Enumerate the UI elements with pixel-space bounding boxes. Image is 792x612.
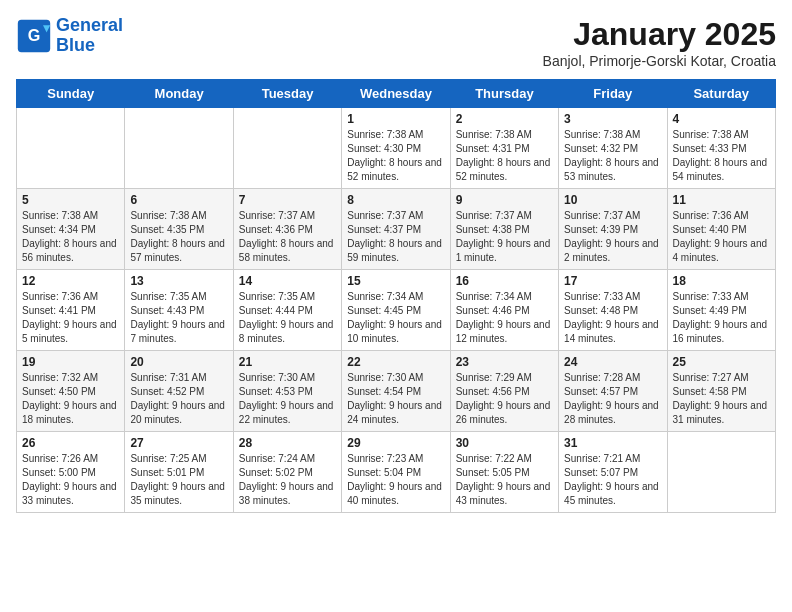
calendar-cell: 31Sunrise: 7:21 AM Sunset: 5:07 PM Dayli… [559, 432, 667, 513]
day-info: Sunrise: 7:30 AM Sunset: 4:54 PM Dayligh… [347, 371, 444, 427]
week-row-4: 19Sunrise: 7:32 AM Sunset: 4:50 PM Dayli… [17, 351, 776, 432]
day-number: 15 [347, 274, 444, 288]
week-row-5: 26Sunrise: 7:26 AM Sunset: 5:00 PM Dayli… [17, 432, 776, 513]
day-header-monday: Monday [125, 80, 233, 108]
calendar-cell: 17Sunrise: 7:33 AM Sunset: 4:48 PM Dayli… [559, 270, 667, 351]
calendar-cell: 1Sunrise: 7:38 AM Sunset: 4:30 PM Daylig… [342, 108, 450, 189]
calendar-cell: 13Sunrise: 7:35 AM Sunset: 4:43 PM Dayli… [125, 270, 233, 351]
svg-text:G: G [28, 26, 41, 44]
calendar-cell: 18Sunrise: 7:33 AM Sunset: 4:49 PM Dayli… [667, 270, 775, 351]
day-info: Sunrise: 7:35 AM Sunset: 4:43 PM Dayligh… [130, 290, 227, 346]
day-info: Sunrise: 7:33 AM Sunset: 4:49 PM Dayligh… [673, 290, 770, 346]
day-info: Sunrise: 7:32 AM Sunset: 4:50 PM Dayligh… [22, 371, 119, 427]
day-info: Sunrise: 7:37 AM Sunset: 4:38 PM Dayligh… [456, 209, 553, 265]
week-row-1: 1Sunrise: 7:38 AM Sunset: 4:30 PM Daylig… [17, 108, 776, 189]
calendar-cell: 19Sunrise: 7:32 AM Sunset: 4:50 PM Dayli… [17, 351, 125, 432]
day-number: 9 [456, 193, 553, 207]
days-header-row: SundayMondayTuesdayWednesdayThursdayFrid… [17, 80, 776, 108]
day-header-wednesday: Wednesday [342, 80, 450, 108]
title-area: January 2025 Banjol, Primorje-Gorski Kot… [543, 16, 776, 69]
day-info: Sunrise: 7:37 AM Sunset: 4:39 PM Dayligh… [564, 209, 661, 265]
day-header-sunday: Sunday [17, 80, 125, 108]
day-number: 11 [673, 193, 770, 207]
day-number: 7 [239, 193, 336, 207]
day-info: Sunrise: 7:22 AM Sunset: 5:05 PM Dayligh… [456, 452, 553, 508]
day-info: Sunrise: 7:30 AM Sunset: 4:53 PM Dayligh… [239, 371, 336, 427]
calendar-cell: 7Sunrise: 7:37 AM Sunset: 4:36 PM Daylig… [233, 189, 341, 270]
calendar-cell [125, 108, 233, 189]
calendar-cell: 15Sunrise: 7:34 AM Sunset: 4:45 PM Dayli… [342, 270, 450, 351]
day-info: Sunrise: 7:23 AM Sunset: 5:04 PM Dayligh… [347, 452, 444, 508]
day-number: 17 [564, 274, 661, 288]
day-number: 13 [130, 274, 227, 288]
day-number: 24 [564, 355, 661, 369]
day-number: 12 [22, 274, 119, 288]
day-number: 30 [456, 436, 553, 450]
day-info: Sunrise: 7:38 AM Sunset: 4:30 PM Dayligh… [347, 128, 444, 184]
day-number: 18 [673, 274, 770, 288]
calendar-cell: 10Sunrise: 7:37 AM Sunset: 4:39 PM Dayli… [559, 189, 667, 270]
logo: G General Blue [16, 16, 123, 56]
calendar-cell: 14Sunrise: 7:35 AM Sunset: 4:44 PM Dayli… [233, 270, 341, 351]
calendar-cell: 9Sunrise: 7:37 AM Sunset: 4:38 PM Daylig… [450, 189, 558, 270]
day-header-tuesday: Tuesday [233, 80, 341, 108]
day-info: Sunrise: 7:29 AM Sunset: 4:56 PM Dayligh… [456, 371, 553, 427]
day-info: Sunrise: 7:37 AM Sunset: 4:37 PM Dayligh… [347, 209, 444, 265]
day-number: 4 [673, 112, 770, 126]
calendar-cell: 4Sunrise: 7:38 AM Sunset: 4:33 PM Daylig… [667, 108, 775, 189]
day-number: 19 [22, 355, 119, 369]
calendar-cell: 23Sunrise: 7:29 AM Sunset: 4:56 PM Dayli… [450, 351, 558, 432]
calendar-cell: 22Sunrise: 7:30 AM Sunset: 4:54 PM Dayli… [342, 351, 450, 432]
calendar-cell [17, 108, 125, 189]
day-number: 22 [347, 355, 444, 369]
day-number: 14 [239, 274, 336, 288]
day-info: Sunrise: 7:36 AM Sunset: 4:40 PM Dayligh… [673, 209, 770, 265]
calendar-cell [667, 432, 775, 513]
day-info: Sunrise: 7:37 AM Sunset: 4:36 PM Dayligh… [239, 209, 336, 265]
day-number: 1 [347, 112, 444, 126]
calendar-cell: 12Sunrise: 7:36 AM Sunset: 4:41 PM Dayli… [17, 270, 125, 351]
calendar-cell: 8Sunrise: 7:37 AM Sunset: 4:37 PM Daylig… [342, 189, 450, 270]
calendar-cell: 6Sunrise: 7:38 AM Sunset: 4:35 PM Daylig… [125, 189, 233, 270]
location-title: Banjol, Primorje-Gorski Kotar, Croatia [543, 53, 776, 69]
day-number: 29 [347, 436, 444, 450]
day-info: Sunrise: 7:26 AM Sunset: 5:00 PM Dayligh… [22, 452, 119, 508]
day-info: Sunrise: 7:38 AM Sunset: 4:32 PM Dayligh… [564, 128, 661, 184]
calendar-cell: 5Sunrise: 7:38 AM Sunset: 4:34 PM Daylig… [17, 189, 125, 270]
day-header-friday: Friday [559, 80, 667, 108]
week-row-3: 12Sunrise: 7:36 AM Sunset: 4:41 PM Dayli… [17, 270, 776, 351]
day-info: Sunrise: 7:33 AM Sunset: 4:48 PM Dayligh… [564, 290, 661, 346]
logo-name-line2: Blue [56, 36, 123, 56]
week-row-2: 5Sunrise: 7:38 AM Sunset: 4:34 PM Daylig… [17, 189, 776, 270]
calendar-cell: 27Sunrise: 7:25 AM Sunset: 5:01 PM Dayli… [125, 432, 233, 513]
day-header-saturday: Saturday [667, 80, 775, 108]
day-info: Sunrise: 7:34 AM Sunset: 4:45 PM Dayligh… [347, 290, 444, 346]
day-number: 2 [456, 112, 553, 126]
calendar-cell: 26Sunrise: 7:26 AM Sunset: 5:00 PM Dayli… [17, 432, 125, 513]
header: G General Blue January 2025 Banjol, Prim… [16, 16, 776, 69]
day-info: Sunrise: 7:21 AM Sunset: 5:07 PM Dayligh… [564, 452, 661, 508]
calendar-cell: 30Sunrise: 7:22 AM Sunset: 5:05 PM Dayli… [450, 432, 558, 513]
calendar-cell: 20Sunrise: 7:31 AM Sunset: 4:52 PM Dayli… [125, 351, 233, 432]
day-info: Sunrise: 7:27 AM Sunset: 4:58 PM Dayligh… [673, 371, 770, 427]
day-info: Sunrise: 7:38 AM Sunset: 4:35 PM Dayligh… [130, 209, 227, 265]
day-info: Sunrise: 7:38 AM Sunset: 4:31 PM Dayligh… [456, 128, 553, 184]
calendar-cell: 11Sunrise: 7:36 AM Sunset: 4:40 PM Dayli… [667, 189, 775, 270]
day-number: 16 [456, 274, 553, 288]
day-number: 8 [347, 193, 444, 207]
day-number: 3 [564, 112, 661, 126]
day-info: Sunrise: 7:34 AM Sunset: 4:46 PM Dayligh… [456, 290, 553, 346]
day-number: 28 [239, 436, 336, 450]
day-info: Sunrise: 7:24 AM Sunset: 5:02 PM Dayligh… [239, 452, 336, 508]
day-number: 5 [22, 193, 119, 207]
day-info: Sunrise: 7:25 AM Sunset: 5:01 PM Dayligh… [130, 452, 227, 508]
calendar-cell: 16Sunrise: 7:34 AM Sunset: 4:46 PM Dayli… [450, 270, 558, 351]
day-number: 6 [130, 193, 227, 207]
day-info: Sunrise: 7:28 AM Sunset: 4:57 PM Dayligh… [564, 371, 661, 427]
day-number: 25 [673, 355, 770, 369]
day-info: Sunrise: 7:38 AM Sunset: 4:34 PM Dayligh… [22, 209, 119, 265]
day-info: Sunrise: 7:36 AM Sunset: 4:41 PM Dayligh… [22, 290, 119, 346]
day-number: 31 [564, 436, 661, 450]
day-info: Sunrise: 7:38 AM Sunset: 4:33 PM Dayligh… [673, 128, 770, 184]
day-info: Sunrise: 7:31 AM Sunset: 4:52 PM Dayligh… [130, 371, 227, 427]
